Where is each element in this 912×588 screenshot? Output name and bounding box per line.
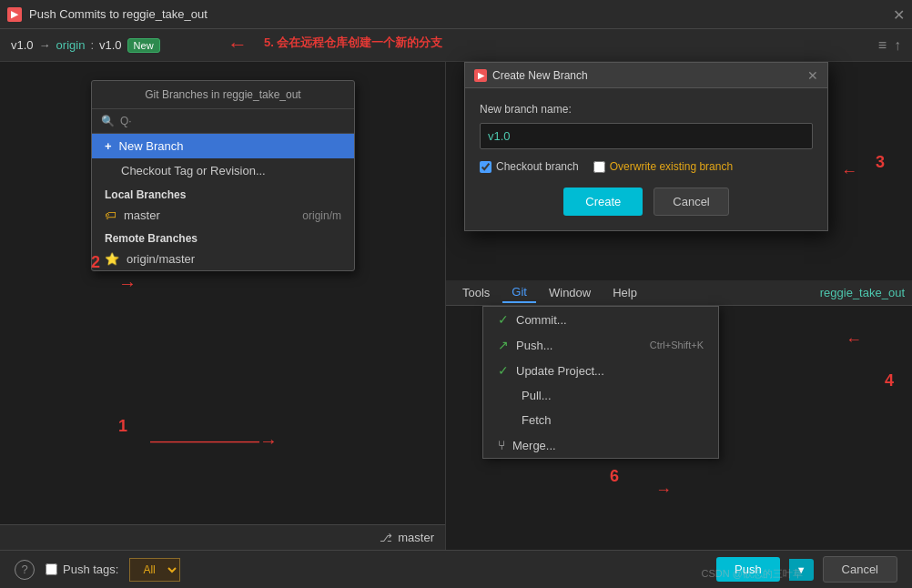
commit-check-icon: ✓: [498, 312, 509, 327]
update-check-icon: ✓: [498, 363, 509, 378]
menu-icon[interactable]: ≡: [878, 37, 887, 54]
branch-arrow: →: [39, 38, 51, 52]
arrow-3: ←: [841, 162, 857, 181]
new-branch-label: New Branch: [119, 139, 184, 153]
annotation-4: 4: [885, 371, 894, 390]
merge-label: Merge...: [512, 439, 556, 452]
overwrite-group: Overwrite existing branch: [593, 160, 733, 173]
app-icon: ▶: [7, 7, 22, 22]
annotation-1: 1: [118, 417, 127, 436]
branches-search: 🔍 Q·: [92, 109, 354, 134]
menu-bar: Tools Git Window Help reggie_take_out: [446, 280, 912, 306]
left-panel: Git Branches in reggie_take_out 🔍 Q· + N…: [0, 62, 446, 550]
master-branch-name: master: [124, 208, 160, 222]
master-branch-row[interactable]: 🏷 master origin/m: [92, 204, 354, 227]
local-branches-label: Local Branches: [92, 183, 354, 204]
dialog-checkboxes: Checkout branch Overwrite existing branc…: [480, 160, 813, 173]
help-button[interactable]: ?: [15, 560, 35, 580]
create-branch-dialog: ▶ Create New Branch ✕ New branch name: C…: [464, 62, 828, 231]
push-tags-label: Push tags:: [63, 563, 118, 576]
window-title: Push Commits to reggie_take_out: [29, 7, 208, 21]
pull-item[interactable]: Pull...: [483, 383, 718, 408]
dialog-close-btn[interactable]: ✕: [807, 68, 818, 83]
dialog-buttons: Create Cancel: [480, 188, 813, 216]
tag-icon: 🏷: [105, 208, 117, 222]
push-label: Push...: [516, 339, 552, 352]
tools-menu[interactable]: Tools: [453, 283, 499, 302]
watermark: CSDN @欲忘的三叶草: [702, 567, 803, 581]
push-item[interactable]: ↗ Push... Ctrl+Shift+K: [483, 332, 718, 358]
dialog-title: Create New Branch: [492, 69, 588, 82]
close-button[interactable]: ✕: [893, 5, 905, 23]
checkout-branch-checkbox[interactable]: [480, 161, 491, 173]
new-badge: New: [127, 38, 160, 53]
dialog-body: New branch name: Checkout branch Overwri…: [465, 88, 827, 230]
annotation-5-text: 5. 会在远程仓库创建一个新的分支: [264, 35, 442, 51]
origin-version: v1.0: [99, 38, 122, 52]
create-button[interactable]: Create: [563, 188, 643, 216]
master-origin: origin/m: [302, 209, 341, 222]
overwrite-label: Overwrite existing branch: [610, 160, 733, 173]
dialog-cancel-button[interactable]: Cancel: [654, 188, 728, 216]
merge-icon: ⑂: [498, 438, 505, 452]
search-placeholder: Q·: [120, 115, 132, 127]
commit-item[interactable]: ✓ Commit...: [483, 307, 718, 332]
checkout-tag-label: Checkout Tag or Revision...: [105, 164, 266, 177]
arrow-to-new: ←: [228, 33, 248, 56]
bottom-right: CSDN @欲忘的三叶草 Push ▼ Cancel: [716, 556, 897, 583]
git-dropdown: ✓ Commit... ↗ Push... Ctrl+Shift+K ✓ Upd…: [482, 306, 719, 459]
pull-label: Pull...: [522, 389, 552, 402]
arrow-4: ←: [846, 330, 862, 350]
origin-master-name: origin/master: [127, 252, 195, 266]
branches-header: Git Branches in reggie_take_out: [92, 81, 354, 109]
git-branch-icon: ⎇: [380, 532, 392, 544]
dialog-title-bar: ▶ Create New Branch ✕: [465, 63, 827, 88]
repo-name: reggie_take_out: [820, 286, 905, 299]
update-project-item[interactable]: ✓ Update Project...: [483, 358, 718, 383]
fetch-label: Fetch: [522, 413, 552, 427]
merge-item[interactable]: ⑂ Merge...: [483, 432, 718, 458]
current-branch: master: [398, 531, 434, 544]
commit-label: Commit...: [516, 313, 567, 327]
annotation-6: 6: [610, 467, 619, 486]
fetch-item[interactable]: Fetch: [483, 408, 718, 432]
star-icon: ⭐: [105, 252, 119, 266]
plus-icon: +: [105, 139, 112, 153]
push-arrow-icon: ↗: [498, 338, 509, 352]
checkout-branch-label: Checkout branch: [496, 160, 579, 173]
dialog-icon: ▶: [474, 69, 487, 82]
toolbar-right: ≡ ↑: [878, 37, 901, 54]
new-branch-item[interactable]: + New Branch: [92, 134, 354, 158]
branch-name-label: New branch name:: [480, 103, 813, 116]
push-tags-checkbox[interactable]: [46, 563, 57, 575]
branch-name-input[interactable]: [480, 123, 813, 149]
help-menu[interactable]: Help: [603, 283, 646, 302]
right-panel: ▶ Create New Branch ✕ New branch name: C…: [446, 62, 912, 550]
remote-branches-label: Remote Branches: [92, 227, 354, 248]
arrow-2: →: [118, 273, 137, 294]
overwrite-checkbox[interactable]: [593, 161, 605, 173]
push-icon[interactable]: ↑: [894, 37, 901, 54]
version-label: v1.0: [11, 38, 34, 52]
title-bar: ▶ Push Commits to reggie_take_out ✕: [0, 0, 912, 29]
status-bar-left: ⎇ master: [0, 524, 445, 550]
branch-info: v1.0 → origin : v1.0 New: [11, 38, 160, 53]
search-icon: 🔍: [101, 115, 115, 127]
cancel-button[interactable]: Cancel: [823, 556, 897, 583]
branches-popup: Git Branches in reggie_take_out 🔍 Q· + N…: [91, 80, 355, 271]
git-menu[interactable]: Git: [502, 282, 536, 303]
push-tags-select[interactable]: All: [129, 558, 180, 582]
origin-master-row[interactable]: ⭐ origin/master: [92, 248, 354, 270]
git-menu-area: Tools Git Window Help reggie_take_out ✓ …: [446, 280, 912, 459]
main-content: Git Branches in reggie_take_out 🔍 Q· + N…: [0, 62, 912, 550]
annotation-2: 2: [91, 253, 100, 272]
window-menu[interactable]: Window: [540, 283, 600, 302]
push-tags-group: Push tags:: [46, 563, 118, 576]
toolbar: v1.0 → origin : v1.0 New ← 5. 会在远程仓库创建一个…: [0, 29, 912, 62]
checkout-tag-item[interactable]: Checkout Tag or Revision...: [92, 158, 354, 183]
arrow-1: ——————→: [150, 431, 332, 451]
colon: :: [90, 38, 94, 52]
push-shortcut: Ctrl+Shift+K: [650, 340, 704, 350]
bottom-bar: ? Push tags: All CSDN @欲忘的三叶草 Push ▼ Can…: [0, 550, 912, 588]
annotation-3: 3: [876, 153, 885, 172]
